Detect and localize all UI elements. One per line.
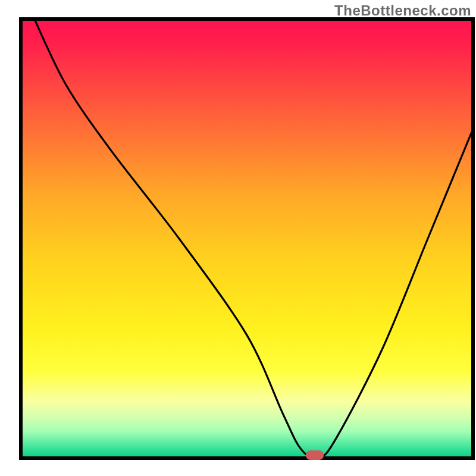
chart-background-gradient [21, 19, 473, 458]
bottleneck-chart [0, 0, 476, 476]
optimal-point-marker [306, 450, 324, 460]
watermark-text: TheBottleneck.com [334, 2, 471, 19]
chart-container: TheBottleneck.com [0, 0, 476, 476]
